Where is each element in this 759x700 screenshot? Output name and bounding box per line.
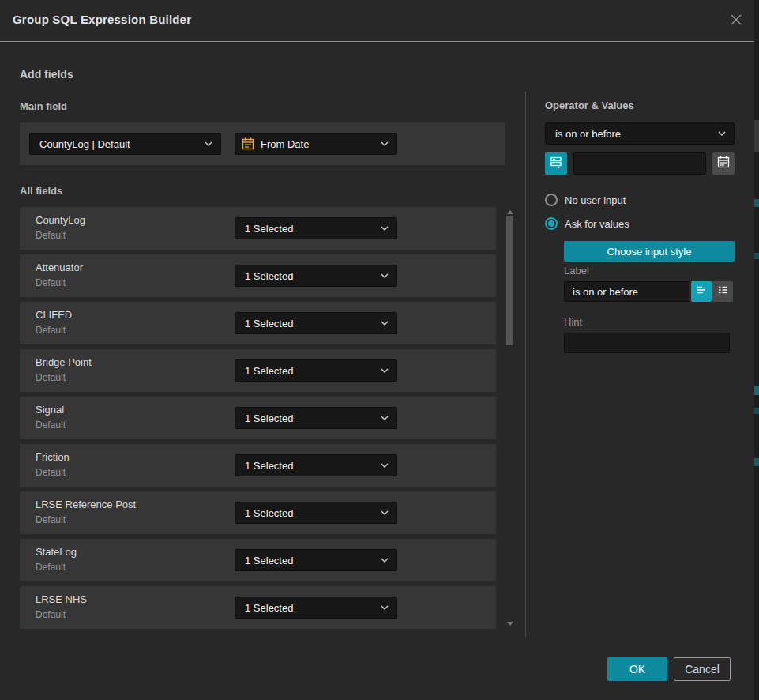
field-sublabel: Default xyxy=(36,609,66,620)
field-name: Signal xyxy=(36,404,64,416)
unique-values-button[interactable] xyxy=(545,152,567,175)
scrollbar-thumb[interactable] xyxy=(506,216,513,345)
hint-input[interactable] xyxy=(564,333,730,353)
field-name: LRSE Reference Post xyxy=(36,499,136,510)
ok-button[interactable]: OK xyxy=(607,657,667,681)
field-row: Bridge Point Default 1 Selected xyxy=(20,349,496,392)
field-row: CLIFED Default 1 Selected xyxy=(20,302,496,344)
date-field-calendar-icon xyxy=(242,137,254,150)
field-selected-dropdown[interactable]: 1 Selected xyxy=(235,502,397,524)
chevron-down-icon xyxy=(381,226,389,231)
field-selected-dropdown[interactable]: 1 Selected xyxy=(235,454,397,476)
hint-caption: Hint xyxy=(564,316,582,328)
scroll-up-arrow[interactable] xyxy=(507,210,513,214)
choose-input-style-button[interactable]: Choose input style xyxy=(564,241,735,262)
edge-fragment xyxy=(754,199,759,207)
cancel-button[interactable]: Cancel xyxy=(674,657,731,681)
field-sublabel: Default xyxy=(36,562,66,573)
field-sublabel: Default xyxy=(36,514,66,525)
field-row: Friction Default 1 Selected xyxy=(20,444,496,487)
radio-selected-icon xyxy=(545,217,558,230)
radio-no-user-input[interactable]: No user input xyxy=(545,194,626,206)
chevron-down-icon xyxy=(381,321,389,326)
field-selected-value: 1 Selected xyxy=(245,412,376,424)
field-name: LRSE NHS xyxy=(36,593,87,605)
radio-ask-for-values[interactable]: Ask for values xyxy=(545,217,629,230)
date-picker-button[interactable] xyxy=(712,152,735,175)
edge-fragment xyxy=(754,120,759,152)
close-button[interactable] xyxy=(727,13,745,30)
field-name: CLIFED xyxy=(36,309,72,321)
field-selected-dropdown[interactable]: 1 Selected xyxy=(235,217,397,239)
operator-values-label: Operator & Values xyxy=(545,100,634,111)
dialog-title-bar: Group SQL Expression Builder xyxy=(0,0,754,41)
input-style-list-button[interactable] xyxy=(712,281,733,302)
field-selected-dropdown[interactable]: 1 Selected xyxy=(235,549,397,571)
chevron-down-icon xyxy=(381,605,389,610)
value-input[interactable] xyxy=(573,152,706,175)
field-selected-value: 1 Selected xyxy=(245,507,376,519)
label-input[interactable] xyxy=(564,281,689,302)
chevron-down-icon xyxy=(381,368,389,373)
field-row: StateLog Default 1 Selected xyxy=(20,539,496,581)
unique-values-icon xyxy=(550,156,562,171)
ask-for-values-label: Ask for values xyxy=(565,218,629,230)
chevron-down-icon xyxy=(381,416,389,420)
main-field-field-value: From Date xyxy=(261,138,376,150)
title-divider xyxy=(0,41,754,42)
chevron-down-icon xyxy=(718,131,726,136)
edge-fragment xyxy=(754,253,759,259)
field-row: Signal Default 1 Selected xyxy=(20,397,496,439)
close-icon xyxy=(729,13,743,30)
input-style-text-button[interactable] xyxy=(691,281,712,302)
field-selected-dropdown[interactable]: 1 Selected xyxy=(235,312,397,334)
chevron-down-icon xyxy=(205,141,212,146)
field-selected-value: 1 Selected xyxy=(245,223,376,235)
edge-fragment xyxy=(754,408,759,414)
add-fields-heading: Add fields xyxy=(20,68,73,81)
field-selected-dropdown[interactable]: 1 Selected xyxy=(235,265,397,287)
field-selected-dropdown[interactable]: 1 Selected xyxy=(235,407,397,429)
field-sublabel: Default xyxy=(36,277,66,288)
field-selected-value: 1 Selected xyxy=(245,460,376,472)
field-sublabel: Default xyxy=(36,372,66,383)
field-row: CountyLog Default 1 Selected xyxy=(20,207,496,250)
main-field-container: CountyLog | Default From Date xyxy=(20,122,505,165)
field-sublabel: Default xyxy=(36,230,66,241)
panel-divider xyxy=(525,92,526,637)
field-name: Attenuator xyxy=(36,262,83,273)
field-sublabel: Default xyxy=(36,467,66,478)
calendar-icon xyxy=(717,156,730,171)
field-name: Friction xyxy=(36,451,70,463)
fields-scrollbar xyxy=(505,205,515,630)
bullet-list-icon xyxy=(717,284,728,299)
field-selected-value: 1 Selected xyxy=(245,365,376,377)
scroll-down-arrow[interactable] xyxy=(507,622,513,626)
all-fields-label: All fields xyxy=(20,185,62,197)
radio-unselected-icon xyxy=(545,194,558,206)
background-page-edge xyxy=(754,0,759,700)
field-row: LRSE Reference Post Default 1 Selected xyxy=(20,491,496,534)
chevron-down-icon xyxy=(381,510,389,515)
field-selected-dropdown[interactable]: 1 Selected xyxy=(235,359,397,382)
field-selected-value: 1 Selected xyxy=(245,602,376,614)
operator-value: is on or before xyxy=(555,128,713,140)
main-field-layer-value: CountyLog | Default xyxy=(39,138,200,150)
label-caption: Label xyxy=(564,265,589,277)
field-sublabel: Default xyxy=(36,420,66,431)
field-selected-dropdown[interactable]: 1 Selected xyxy=(235,597,397,619)
chevron-down-icon xyxy=(381,141,389,146)
chevron-down-icon xyxy=(381,273,389,278)
field-name: Bridge Point xyxy=(36,356,92,368)
main-field-field-select[interactable]: From Date xyxy=(235,133,397,155)
chevron-down-icon xyxy=(381,463,389,468)
no-user-input-label: No user input xyxy=(565,194,626,206)
field-name: CountyLog xyxy=(36,214,85,226)
field-row: Attenuator Default 1 Selected xyxy=(20,254,496,297)
main-field-layer-select[interactable]: CountyLog | Default xyxy=(29,133,221,155)
main-field-label: Main field xyxy=(20,100,67,112)
operator-select[interactable]: is on or before xyxy=(545,122,735,145)
field-row: LRSE NHS Default 1 Selected xyxy=(20,586,496,629)
dialog-title: Group SQL Expression Builder xyxy=(13,13,191,26)
edge-fragment xyxy=(754,386,759,395)
